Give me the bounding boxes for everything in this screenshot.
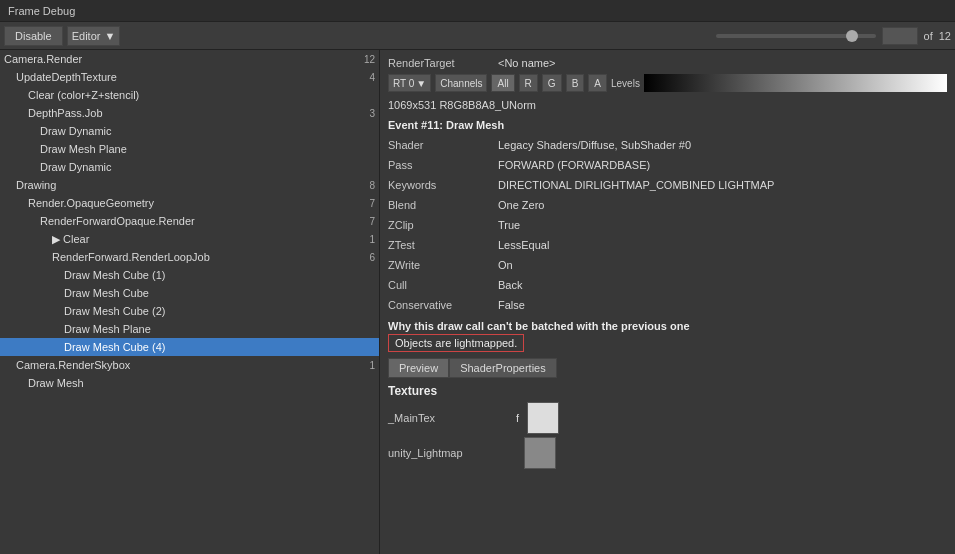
frame-number-input[interactable]: 11: [882, 27, 918, 45]
tree-item-render-forward-loop[interactable]: RenderForward.RenderLoopJob6: [0, 248, 379, 266]
count-badge: 6: [369, 252, 375, 263]
count-badge: 7: [369, 216, 375, 227]
detail-value: One Zero: [498, 199, 544, 211]
tree-label: Camera.RenderSkybox: [16, 359, 130, 371]
tree-label: Clear (color+Z+stencil): [28, 89, 139, 101]
tree-item-draw-mesh-cube-4-selected[interactable]: Draw Mesh Cube (4): [0, 338, 379, 356]
tree-item-draw-mesh[interactable]: Draw Mesh: [0, 374, 379, 392]
tree-item-draw-mesh-plane-2[interactable]: Draw Mesh Plane: [0, 320, 379, 338]
batch-note: Objects are lightmapped.: [388, 334, 524, 352]
levels-label: Levels: [611, 78, 640, 89]
right-panel: RenderTarget <No name> RT 0 ▼ Channels A…: [380, 50, 955, 554]
tree-item-depth-pass[interactable]: DepthPass.Job3: [0, 104, 379, 122]
tree-label: RenderForward.RenderLoopJob: [52, 251, 210, 263]
render-target-label: RenderTarget: [388, 57, 498, 69]
tree-item-draw-dynamic-1[interactable]: Draw Dynamic: [0, 122, 379, 140]
render-target-value: <No name>: [498, 57, 555, 69]
detail-row: PassFORWARD (FORWARDBASE): [388, 156, 947, 174]
detail-row: CullBack: [388, 276, 947, 294]
tree-label: DepthPass.Job: [28, 107, 103, 119]
resolution-value: 1069x531 R8G8B8A8_UNorm: [388, 99, 536, 111]
detail-label: Shader: [388, 139, 498, 151]
detail-label: Blend: [388, 199, 498, 211]
tree-label: UpdateDepthTexture: [16, 71, 117, 83]
detail-row: BlendOne Zero: [388, 196, 947, 214]
texture-label: _MainTex: [388, 412, 508, 424]
detail-row: ShaderLegacy Shaders/Diffuse, SubShader …: [388, 136, 947, 154]
render-target-row: RenderTarget <No name>: [388, 54, 947, 72]
tree-item-render-forward[interactable]: RenderForwardOpaque.Render7: [0, 212, 379, 230]
detail-value: False: [498, 299, 525, 311]
detail-label: Keywords: [388, 179, 498, 191]
tree-label: Draw Dynamic: [40, 125, 112, 137]
detail-row: ZClipTrue: [388, 216, 947, 234]
count-badge: 1: [369, 360, 375, 371]
channels-dropdown[interactable]: Channels: [435, 74, 487, 92]
detail-value: On: [498, 259, 513, 271]
total-frames: 12: [939, 30, 951, 42]
tree-label: Render.OpaqueGeometry: [28, 197, 154, 209]
slider-thumb: [846, 30, 858, 42]
tree-label: Draw Mesh Cube: [64, 287, 149, 299]
detail-value: Legacy Shaders/Diffuse, SubShader #0: [498, 139, 691, 151]
detail-value: LessEqual: [498, 239, 549, 251]
disable-button[interactable]: Disable: [4, 26, 63, 46]
tree-item-draw-dynamic-2[interactable]: Draw Dynamic: [0, 158, 379, 176]
b-btn[interactable]: B: [566, 74, 585, 92]
tree-item-update-depth[interactable]: UpdateDepthTexture4: [0, 68, 379, 86]
tree-item-camera-render[interactable]: Camera.Render12: [0, 50, 379, 68]
count-badge: 7: [369, 198, 375, 209]
g-btn[interactable]: G: [542, 74, 562, 92]
detail-rows: ShaderLegacy Shaders/Diffuse, SubShader …: [388, 136, 947, 314]
editor-dropdown[interactable]: Editor ▼: [67, 26, 121, 46]
tree-label: ▶ Clear: [52, 233, 89, 246]
shader-properties-tab[interactable]: ShaderProperties: [449, 358, 557, 378]
r-btn[interactable]: R: [519, 74, 538, 92]
title-text: Frame Debug: [8, 5, 75, 17]
tree-label: Drawing: [16, 179, 56, 191]
frame-slider[interactable]: [716, 34, 876, 38]
tree-item-draw-mesh-cube-1[interactable]: Draw Mesh Cube (1): [0, 266, 379, 284]
tree-item-draw-mesh-plane-1[interactable]: Draw Mesh Plane: [0, 140, 379, 158]
tree-item-render-opaque[interactable]: Render.OpaqueGeometry7: [0, 194, 379, 212]
title-bar: Frame Debug: [0, 0, 955, 22]
tree-label: Draw Mesh Cube (2): [64, 305, 165, 317]
count-badge: 12: [364, 54, 375, 65]
textures-header: Textures: [388, 384, 947, 398]
main-layout: Camera.Render12UpdateDepthTexture4Clear …: [0, 50, 955, 554]
tree-item-clear[interactable]: ▶ Clear1: [0, 230, 379, 248]
detail-label: ZWrite: [388, 259, 498, 271]
detail-label: Cull: [388, 279, 498, 291]
detail-label: ZTest: [388, 239, 498, 251]
event-header-row: Event #11: Draw Mesh: [388, 116, 947, 134]
toolbar: Disable Editor ▼ 11 of 12: [0, 22, 955, 50]
tree-label: Draw Mesh Cube (1): [64, 269, 165, 281]
tree-label: Draw Dynamic: [40, 161, 112, 173]
tree-item-drawing[interactable]: Drawing8: [0, 176, 379, 194]
rt0-dropdown[interactable]: RT 0 ▼: [388, 74, 431, 92]
tree-label: Draw Mesh: [28, 377, 84, 389]
detail-label: Pass: [388, 159, 498, 171]
resolution-row: 1069x531 R8G8B8A8_UNorm: [388, 96, 947, 114]
texture-thumb: [524, 437, 556, 469]
count-badge: 1: [369, 234, 375, 245]
count-badge: 4: [369, 72, 375, 83]
of-text: of: [924, 30, 933, 42]
preview-tab[interactable]: Preview: [388, 358, 449, 378]
detail-label: ZClip: [388, 219, 498, 231]
tree-item-clear-color[interactable]: Clear (color+Z+stencil): [0, 86, 379, 104]
detail-row: ZWriteOn: [388, 256, 947, 274]
levels-bar[interactable]: [644, 74, 947, 92]
tree-item-draw-mesh-cube-3[interactable]: Draw Mesh Cube (2): [0, 302, 379, 320]
tree-label: Draw Mesh Plane: [40, 143, 127, 155]
a-btn[interactable]: A: [588, 74, 607, 92]
count-badge: 3: [369, 108, 375, 119]
tree-item-draw-mesh-cube-2[interactable]: Draw Mesh Cube: [0, 284, 379, 302]
tree-item-camera-skybox[interactable]: Camera.RenderSkybox1: [0, 356, 379, 374]
textures-container: _MainTexfunity_Lightmap: [388, 402, 947, 469]
tree-label: RenderForwardOpaque.Render: [40, 215, 195, 227]
detail-value: Back: [498, 279, 522, 291]
texture-row: _MainTexf: [388, 402, 947, 434]
all-btn[interactable]: All: [491, 74, 514, 92]
event-header: Event #11: Draw Mesh: [388, 119, 504, 131]
